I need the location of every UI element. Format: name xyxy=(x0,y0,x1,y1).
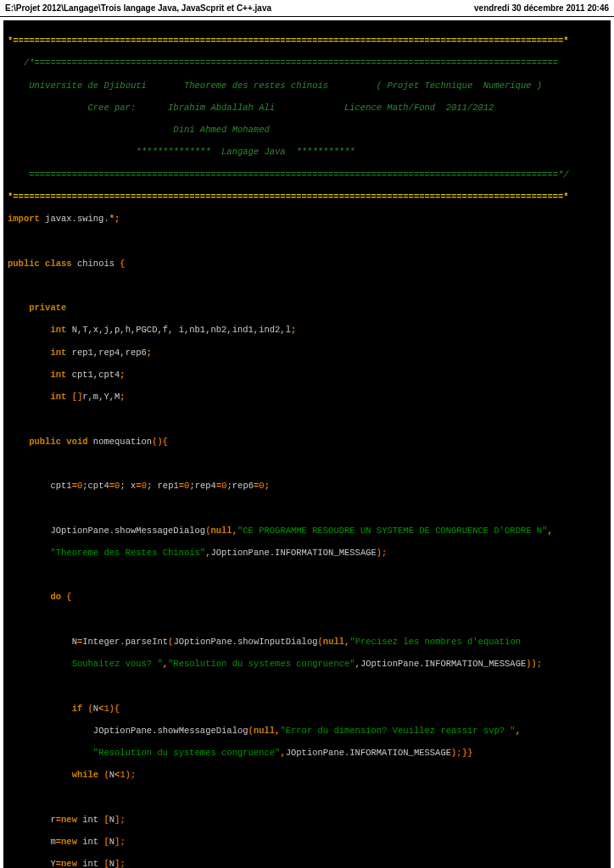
page-header: E:\Projet 2012\Langage\Trois langage Jav… xyxy=(0,0,614,17)
file-datetime: vendredi 30 décembre 2011 20:46 xyxy=(474,3,609,13)
code-listing: *=======================================… xyxy=(3,20,611,868)
file-path: E:\Projet 2012\Langage\Trois langage Jav… xyxy=(5,3,271,13)
